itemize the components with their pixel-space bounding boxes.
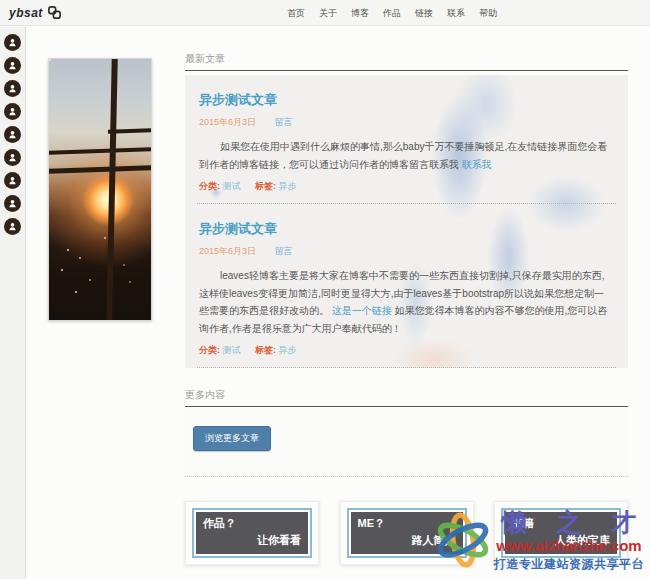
- demo-link[interactable]: 这是一个链接: [332, 305, 392, 316]
- category-label: 分类:: [199, 181, 220, 191]
- article-title[interactable]: 异步测试文章: [199, 91, 614, 109]
- browse-more-articles-button[interactable]: 浏览更多文章: [193, 426, 271, 451]
- comments-link[interactable]: 留言: [275, 246, 293, 256]
- category-label: 分类:: [199, 345, 220, 355]
- logo-link-icon: [47, 5, 62, 20]
- main-content: 最新文章 异步测试文章 2015年6月3日 留言 如果您在使用中遇到什么麻烦的事…: [185, 26, 628, 579]
- user-icon[interactable]: [4, 149, 21, 166]
- article-tags: 分类: 测试 标签: 异步: [199, 180, 614, 193]
- user-icon[interactable]: [4, 218, 21, 235]
- article-body: 如果您在使用中遇到什么麻烦的事情,那么baby千万不要捶胸顿足,在友情链接界面您…: [199, 138, 614, 173]
- article-date: 2015年6月3日: [199, 246, 256, 256]
- contact-link[interactable]: 联系我: [462, 159, 492, 170]
- tag-label: 标签:: [255, 181, 276, 191]
- watermark-brand: 懒之才: [494, 509, 650, 537]
- article-date: 2015年6月3日: [199, 117, 256, 127]
- promo-card-body: 作品？ 让你看看: [196, 512, 308, 554]
- nav-item-contact[interactable]: 联系: [447, 7, 465, 20]
- watermark-url: www.aizhanzhe.com: [494, 537, 644, 554]
- nav-item-links[interactable]: 链接: [415, 7, 433, 20]
- nav-item-help[interactable]: 帮助: [479, 7, 497, 20]
- article-title[interactable]: 异步测试文章: [199, 220, 614, 238]
- promo-card-frame: 作品？ 让你看看: [192, 508, 312, 558]
- article-body: leaves轻博客主要是将大家在博客中不需要的一些东西直接切割掉,只保存最实用的…: [199, 267, 614, 337]
- sunset-highway-photo: [48, 58, 152, 321]
- watermark-text: 懒之才 www.aizhanzhe.com 打造专业建站资源共享平台: [494, 509, 644, 574]
- latest-articles-heading: 最新文章: [185, 52, 628, 71]
- article-text: 如果您在使用中遇到什么麻烦的事情,那么baby千万不要捶胸顿足,在友情链接界面您…: [199, 141, 607, 170]
- user-icon[interactable]: [4, 103, 21, 120]
- article-meta: 2015年6月3日 留言: [199, 116, 614, 129]
- tag-link[interactable]: 异步: [279, 345, 297, 355]
- user-icon[interactable]: [4, 57, 21, 74]
- car-lights: [49, 59, 51, 61]
- category-link[interactable]: 测试: [223, 345, 241, 355]
- category-link[interactable]: 测试: [223, 181, 241, 191]
- nav-item-about[interactable]: 关于: [319, 7, 337, 20]
- article-tags: 分类: 测试 标签: 异步: [199, 344, 614, 357]
- more-content-heading: 更多内容: [185, 388, 628, 407]
- tag-link[interactable]: 异步: [279, 181, 297, 191]
- logo[interactable]: ybsat: [9, 5, 62, 20]
- tag-label: 标签:: [255, 345, 276, 355]
- nav-item-blog[interactable]: 博客: [351, 7, 369, 20]
- user-icon[interactable]: [4, 172, 21, 189]
- article-card: 异步测试文章 2015年6月3日 留言 leaves轻博客主要是将大家在博客中不…: [197, 204, 616, 368]
- promo-card-line1: 作品？: [203, 515, 301, 532]
- window-bar: [48, 165, 152, 174]
- user-icon[interactable]: [4, 34, 21, 51]
- atom-swirl-icon: [434, 507, 492, 575]
- article-meta: 2015年6月3日 留言: [199, 245, 614, 258]
- user-icon[interactable]: [4, 80, 21, 97]
- page: ybsat 首页 关于 博客 作品 链接 联系 帮助: [0, 0, 650, 579]
- top-navbar: ybsat 首页 关于 博客 作品 链接 联系 帮助: [0, 0, 650, 26]
- comments-link[interactable]: 留言: [275, 117, 293, 127]
- promo-card-works[interactable]: 作品？ 让你看看: [185, 501, 319, 565]
- left-sidebar: [0, 27, 26, 579]
- user-icon[interactable]: [4, 126, 21, 143]
- logo-text: ybsat: [9, 6, 43, 20]
- nav-item-home[interactable]: 首页: [287, 7, 305, 20]
- window-bar: [106, 58, 118, 321]
- promo-card-line2: 让你看看: [203, 532, 301, 549]
- user-icon[interactable]: [4, 195, 21, 212]
- nav-item-works[interactable]: 作品: [383, 7, 401, 20]
- article-card: 异步测试文章 2015年6月3日 留言 如果您在使用中遇到什么麻烦的事情,那么b…: [197, 75, 616, 204]
- window-bar: [48, 147, 152, 155]
- more-content-panel: 浏览更多文章: [185, 409, 628, 477]
- watermark-slogan: 打造专业建站资源共享平台: [494, 556, 644, 573]
- main-nav: 首页 关于 博客 作品 链接 联系 帮助: [287, 0, 497, 26]
- aizhanzhe-watermark: 懒之才 www.aizhanzhe.com 打造专业建站资源共享平台: [434, 507, 644, 575]
- articles-section: 异步测试文章 2015年6月3日 留言 如果您在使用中遇到什么麻烦的事情,那么b…: [185, 75, 628, 368]
